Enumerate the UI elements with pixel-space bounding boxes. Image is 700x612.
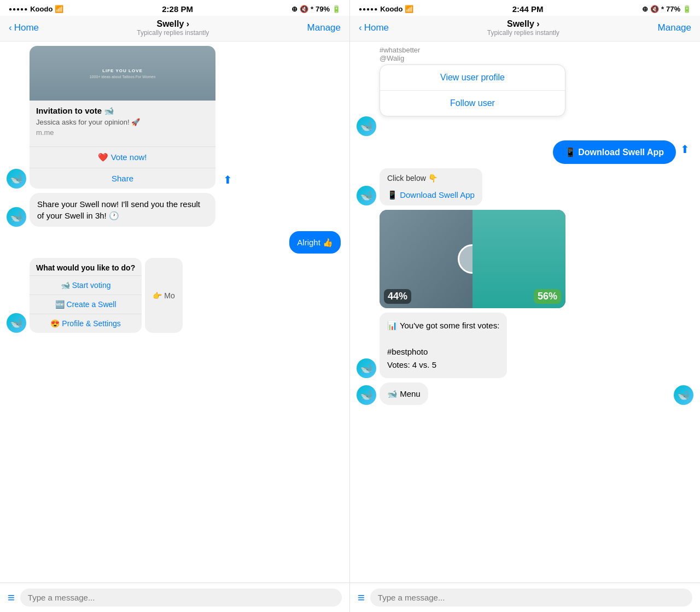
popup-menu-section: #whatsbetter@Walig View user profile Fol… [357,46,693,116]
mute-icon-right: 🔇 [650,5,659,13]
card-title: Invitation to vote 🐋 [36,106,209,116]
status-left: ●●●●● Koodo 📶 [9,5,63,13]
votes-line1: 📊 You've got some first votes: [387,319,499,332]
votes-bubble: 📊 You've got some first votes: #bestphot… [380,313,507,378]
carrier-name: Koodo [30,5,52,13]
header-center-right: Swelly › Typically replies instantly [487,19,559,37]
chat-title-left: Swelly › [137,19,209,29]
battery-icon-right: 🔋 [682,5,691,13]
user-message-alright: Alright 👍 [289,231,341,254]
status-left-right: ●●●●● Koodo 📶 [359,5,413,13]
chat-area-right: #whatsbetter@Walig View user profile Fol… [350,42,700,582]
view-user-profile-button[interactable]: View user profile [380,65,565,91]
invitation-card: LIFE YOU LOVE 1000+ ideas about Tattoos … [30,46,215,189]
popup-menu: View user profile Follow user [380,64,565,116]
hamburger-icon-right[interactable]: ≡ [358,591,365,605]
manage-button-right[interactable]: Manage [658,22,691,33]
bot-row-dl: 🐋 Click below 👇 📱 Download Swell App [357,168,693,205]
back-label-right[interactable]: Home [364,22,389,33]
quick-reply-prompt: What would you like to do? [30,258,142,275]
user-row-download: 📱 Download Swell App ⬆ [357,140,693,164]
status-bar-right: ●●●●● Koodo 📶 2:44 PM ⊕ 🔇 * 77% 🔋 [350,0,700,16]
back-button-right[interactable]: ‹ Home [359,22,389,33]
chevron-right-icon-right: › [536,19,539,28]
chevron-right-icon: › [186,19,189,28]
bot-row-popup-avatar: 🐋 [357,116,693,136]
chat-title-right: Swelly › [487,19,559,29]
vote-right-pct: 56% [534,289,561,304]
thumbs-right-icon: 👉 [153,291,162,300]
quick-reply-container: What would you like to do? 🐋 Start votin… [30,258,183,333]
input-bar-right: ≡ [350,582,700,612]
bot-avatar-r2: 🐋 [357,186,376,205]
signal-dots: ●●●●● [9,6,28,12]
profile-settings-button[interactable]: 😍 Profile & Settings [30,314,142,333]
vote-left-pct: 44% [384,289,411,304]
screen-left: ●●●●● Koodo 📶 2:28 PM ⊕ 🔇 * 79% 🔋 ‹ Home… [0,0,350,612]
header-subtitle-left: Typically replies instantly [137,29,209,37]
user-row-alright: Alright 👍 [7,231,343,254]
chat-header-left: ‹ Home Swelly › Typically replies instan… [0,16,349,42]
bot-row-card: 🐋 LIFE YOU LOVE 1000+ ideas about Tattoo… [7,46,343,189]
bot-row-menu: 🐋 🐋 Menu 🐋 [357,382,693,405]
bot-avatar-2: 🐋 [7,207,26,227]
mute-icon: 🔇 [300,5,308,13]
votes-hashtag: #bestphoto [387,345,499,358]
wifi-icon: 📶 [55,5,63,13]
time-display: 2:28 PM [162,4,193,14]
card-subtitle: Jessica asks for your opinion! 🚀 [36,118,209,126]
download-swell-app-bot-button[interactable]: 📱 Download Swell App [380,185,482,205]
bot-row-text1: 🐋 Share your Swell now! I'll send you th… [7,193,343,227]
click-below-label: Click below 👇 [380,168,482,185]
menu-bubble[interactable]: 🐋 Menu [380,382,428,405]
location-icon-right: ⊕ [642,5,648,13]
card-content: Invitation to vote 🐋 Jessica asks for yo… [30,101,215,146]
quick-reply-section: 🐋 What would you like to do? 🐋 Start vot… [7,258,343,333]
user-avatar-right: 🐋 [674,385,693,405]
back-button-left[interactable]: ‹ Home [9,22,39,33]
chat-area-left: 🐋 LIFE YOU LOVE 1000+ ideas about Tattoo… [0,42,349,582]
status-right: ⊕ 🔇 * 79% 🔋 [291,5,341,13]
header-center-left: Swelly › Typically replies instantly [137,19,209,37]
message-input-left[interactable] [20,589,342,607]
bot-row-votes: 🐋 📊 You've got some first votes: #bestph… [357,313,693,378]
input-bar-left: ≡ [0,582,349,612]
bot-message-share: Share your Swell now! I'll send you the … [30,193,215,227]
votes-count: Votes: 4 vs. 5 [387,358,499,372]
more-button[interactable]: 👉 Mo [145,258,182,333]
chat-header-right: ‹ Home Swelly › Typically replies instan… [350,16,700,42]
chevron-left-icon-right: ‹ [359,22,362,33]
create-swell-button[interactable]: 🆕 Create a Swell [30,295,142,314]
share-button[interactable]: Share [30,168,215,189]
follow-user-button[interactable]: Follow user [380,91,565,116]
location-icon: ⊕ [291,5,298,13]
quick-reply-card-main: What would you like to do? 🐋 Start votin… [30,258,142,333]
more-label: Mo [164,291,174,300]
download-card: Click below 👇 📱 Download Swell App [380,168,482,205]
share-icon[interactable]: ⬆ [219,171,236,189]
card-link: m.me [36,128,209,137]
card-image: LIFE YOU LOVE 1000+ ideas about Tattoos … [30,46,215,101]
bluetooth-icon-right: * [661,5,664,13]
vote-image: 44% 56% [380,210,565,308]
manage-button-left[interactable]: Manage [307,22,341,33]
back-label-left[interactable]: Home [14,22,39,33]
battery-pct-right: 77% [666,5,680,13]
vote-now-button[interactable]: ❤️ Vote now! [30,146,215,168]
vote-right-side: 56% [472,210,565,308]
start-voting-button[interactable]: 🐋 Start voting [30,275,142,295]
bot-avatar-1: 🐋 [7,169,26,189]
bot-avatar-r1: 🐋 [357,116,376,136]
signal-dots-right: ●●●●● [359,6,378,12]
bot-avatar-r3: 🐋 [357,358,376,378]
bot-avatar-3: 🐋 [7,313,26,333]
battery-pct: 79% [316,5,330,13]
message-input-right[interactable] [370,589,692,607]
download-swell-app-user-button[interactable]: 📱 Download Swell App [553,140,676,164]
votes-line2 [387,332,499,345]
screen-right: ●●●●● Koodo 📶 2:44 PM ⊕ 🔇 * 77% 🔋 ‹ Home… [350,0,700,612]
hamburger-icon-left[interactable]: ≡ [8,591,15,605]
status-right-right: ⊕ 🔇 * 77% 🔋 [642,5,691,13]
status-bar-left: ●●●●● Koodo 📶 2:28 PM ⊕ 🔇 * 79% 🔋 [0,0,349,16]
share-icon-right[interactable]: ⬆ [676,140,693,158]
